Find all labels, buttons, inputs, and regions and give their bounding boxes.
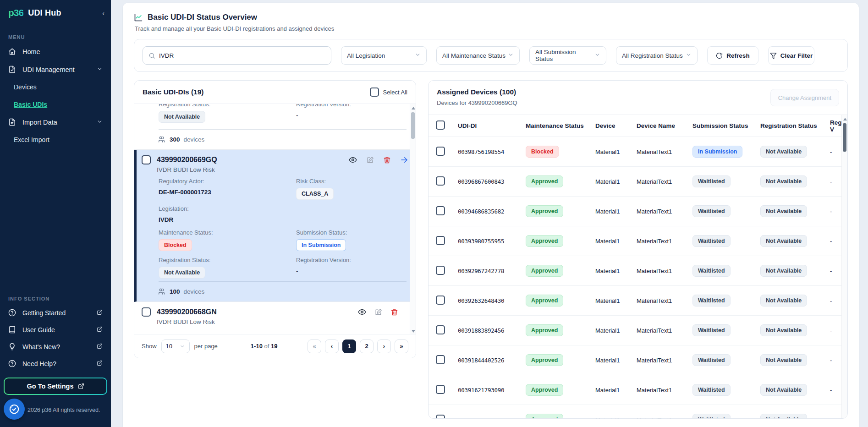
sidebar-collapse-icon[interactable]: ‹ [102,9,104,17]
dropdown-value: All Registration Status [622,52,683,59]
registration-status-badge: Not Available [760,146,807,158]
list-scrollbar[interactable] [410,104,416,335]
sidebar-item-excel-import[interactable]: Excel Import [0,131,111,148]
device-cell: Material1 [595,178,637,185]
submission-status-badge: Waitlisted [692,354,731,366]
budi-card[interactable]: 439990200668GN IVDR BUDI Low Risk [134,302,416,335]
row-checkbox[interactable] [436,266,445,275]
maintenance-status-dropdown[interactable]: All Maintenance Status [436,46,520,65]
col-device-name: Device Name [637,122,692,129]
page-2-button[interactable]: 2 [360,339,374,353]
field-label: Registration Version: [296,104,408,108]
submission-status-badge: In Submission [692,146,742,158]
row-checkbox[interactable] [436,415,445,419]
page-size-value: 10 [166,343,172,350]
registration-status-badge: Not Available [760,175,807,187]
udi-di-cell: 00394686835682 [458,208,526,215]
search-input[interactable] [159,52,325,59]
edit-pencil-icon[interactable] [374,308,382,316]
row-checkbox[interactable] [436,236,445,245]
budi-card-partial[interactable]: Registration Status: Not Available Regis… [134,104,416,150]
sidebar-item-basic-udis[interactable]: Basic UDIs [0,96,111,113]
scroll-up-arrow[interactable] [843,118,847,120]
budi-card-selected[interactable]: 439990200669GQ IVDR BUDI Low Risk [134,150,416,302]
device-name-cell: MaterialText1 [637,357,692,364]
view-eye-icon[interactable] [349,156,357,164]
field-label: Submission Status: [296,229,408,236]
first-page-button[interactable]: « [308,339,321,353]
maintenance-status-badge: Approved [526,384,563,396]
dropdown-value: All Maintenance Status [442,52,505,59]
legislation-dropdown[interactable]: All Legislation [341,46,427,65]
sidebar-item-home[interactable]: Home [0,43,111,60]
arrow-right-icon[interactable] [400,156,408,164]
sidebar: p36 UDI Hub ‹ MENU Home UDI Management D… [0,0,111,427]
registration-status-dropdown[interactable]: All Registration Status [616,46,698,65]
devices-count: 300 [170,136,180,143]
sidebar-item-udi-management[interactable]: UDI Management [0,60,111,78]
maintenance-status-badge: Approved [526,354,563,366]
go-to-settings-button[interactable]: Go To Settings [4,378,107,395]
row-checkbox[interactable] [436,296,445,305]
refresh-button[interactable]: Refresh [707,46,758,65]
sidebar-item-import-data[interactable]: Import Data [0,113,111,131]
device-cell: Material1 [595,268,637,274]
delete-trash-icon[interactable] [383,156,391,164]
regulatory-actor-value: DE-MF-000001723 [159,189,211,196]
chevron-down-icon [594,52,600,59]
page-1-button[interactable]: 1 [342,339,356,353]
prev-page-button[interactable]: ‹ [325,339,339,353]
sidebar-item-devices[interactable]: Devices [0,78,111,96]
chevron-down-icon [97,119,103,126]
edit-pencil-icon[interactable] [366,156,374,164]
field-label: Registration Status: [159,104,296,108]
show-label: Show [142,343,157,350]
help-circle-icon [8,360,16,367]
row-checkbox[interactable] [436,176,445,186]
row-checkbox[interactable] [436,385,445,394]
scrollbar-thumb[interactable] [411,112,415,139]
table-row: 00394686835682ApprovedMaterial1MaterialT… [429,197,847,226]
chevron-down-icon [508,52,514,59]
sidebar-item-user-guide[interactable]: User Guide [0,321,111,338]
col-device: Device [595,122,637,129]
budi-id: 439990200669GQ [157,156,217,164]
table-row: 00392632648430ApprovedMaterial1MaterialT… [429,286,847,316]
sidebar-item-need-help[interactable]: Need Help? [0,355,111,372]
row-checkbox[interactable] [436,355,445,364]
col-udi-di: UDI-DI [458,122,526,129]
file-check-icon [8,66,16,73]
clear-filter-button[interactable]: Clear Filter [768,46,814,65]
submission-status-dropdown[interactable]: All Submission Status [529,46,606,65]
sidebar-item-getting-started[interactable]: Getting Started [0,304,111,321]
row-checkbox[interactable] [436,147,445,156]
maintenance-status-badge: Approved [526,205,563,217]
scroll-up-arrow[interactable] [412,107,415,109]
sidebar-item-whats-new[interactable]: What's New? [0,338,111,355]
udi-di-cell: 00391621793090 [458,387,526,394]
next-page-button[interactable]: › [377,339,391,353]
scrollbar-thumb[interactable] [843,123,846,152]
device-cell: Material1 [595,387,637,394]
row-checkbox[interactable] [436,206,445,215]
card-checkbox[interactable] [142,155,151,164]
card-checkbox[interactable] [142,307,151,317]
change-assignment-button[interactable]: Change Assignment [770,89,839,106]
chevron-down-icon [97,66,103,73]
last-page-button[interactable]: » [395,339,408,353]
select-all-checkbox[interactable] [370,88,379,97]
view-eye-icon[interactable] [358,308,366,316]
content-card: Basic UDI-DI Status Overview Track and m… [123,3,859,427]
device-name-cell: MaterialText1 [637,238,692,245]
row-checkbox[interactable] [436,325,445,334]
device-cell: Material1 [595,416,637,419]
submission-status-badge: Waitlisted [692,235,731,247]
table-select-all-checkbox[interactable] [436,120,445,130]
page-size-select[interactable]: 10 [161,339,190,353]
info-section-label: INFO SECTION [0,290,111,304]
table-scrollbar[interactable] [841,115,847,418]
scroll-down-arrow[interactable] [412,330,415,333]
consent-widget-icon[interactable] [4,399,25,420]
device-name-cell: MaterialText1 [637,297,692,304]
delete-trash-icon[interactable] [390,308,398,316]
